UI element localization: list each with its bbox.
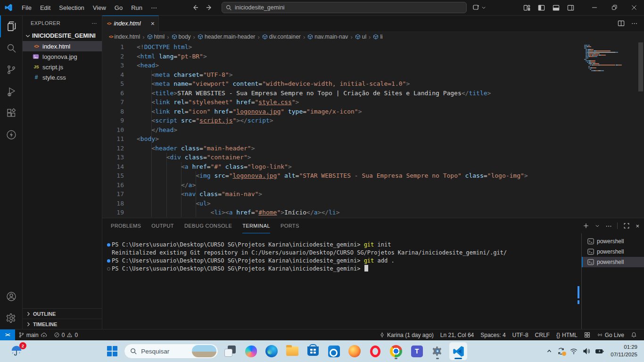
explorer-more-icon[interactable]: ⋯	[92, 20, 97, 26]
toggle-secondary-sidebar-icon[interactable]	[567, 4, 574, 11]
microsoft-store-app[interactable]	[304, 342, 322, 360]
account-icon[interactable]	[0, 286, 22, 307]
forward-arrow-icon[interactable]	[206, 4, 213, 11]
menu-file[interactable]: File	[17, 0, 36, 16]
copilot-app[interactable]	[242, 342, 260, 360]
breadcrumb-item-index-html[interactable]: <>index.html	[109, 33, 140, 40]
wifi-icon[interactable]	[570, 347, 578, 355]
panel-tab-ports[interactable]: PORTS	[281, 219, 299, 233]
file-item-style-css[interactable]: #style.css	[23, 72, 102, 82]
lightning-icon[interactable]	[0, 124, 22, 146]
outlook-app[interactable]	[325, 342, 343, 360]
file-item-index-html[interactable]: <>index.html	[23, 41, 102, 51]
search-view-icon[interactable]	[0, 37, 22, 59]
settings-app[interactable]	[429, 342, 446, 360]
scrollbar-thumb[interactable]	[638, 42, 643, 91]
minimize-button[interactable]	[585, 0, 604, 16]
breadcrumb-item-ul[interactable]: ul	[355, 33, 366, 40]
source-control-icon[interactable]	[0, 59, 22, 81]
terminal-session-3[interactable]: powershell	[582, 257, 644, 267]
chrome-app[interactable]	[387, 342, 405, 360]
editor-scrollbar[interactable]	[637, 42, 644, 218]
panel-tab-output[interactable]: OUTPUT	[151, 219, 174, 233]
file-item-logonova-jpg[interactable]: logonova.jpg	[23, 51, 102, 62]
indentation[interactable]: Spaces: 4	[477, 329, 509, 340]
settings-gear-icon[interactable]	[0, 307, 22, 329]
cursor-position[interactable]: Ln 21, Col 64	[437, 329, 477, 340]
encoding[interactable]: UTF-8	[509, 329, 532, 340]
taskbar-search[interactable]: Pesquisar	[124, 344, 218, 359]
clock[interactable]: 01:29 07/11/2025	[611, 344, 637, 358]
edge-app[interactable]	[263, 342, 281, 360]
menu-run[interactable]: Run	[127, 0, 147, 16]
maximize-panel-icon[interactable]	[623, 222, 630, 229]
breadcrumb-item-header-main-header[interactable]: header.main-header	[198, 33, 255, 40]
menu-edit[interactable]: Edit	[36, 0, 55, 16]
firefox-app[interactable]	[346, 342, 363, 360]
panel-tab-terminal[interactable]: TERMINAL	[242, 219, 270, 233]
terminal-output[interactable]: PS C:\Users\usuario\Desktop\CURSO SG\Pro…	[102, 233, 581, 329]
menu-more[interactable]: ⋯	[147, 0, 161, 16]
search-highlight-image[interactable]	[192, 345, 216, 357]
terminal-session-2[interactable]: powershell	[582, 247, 644, 257]
timeline-section[interactable]: TIMELINE	[23, 319, 102, 329]
search-icon	[226, 5, 232, 11]
copilot-menu[interactable]	[472, 4, 486, 11]
remote-indicator[interactable]: ><	[0, 329, 15, 340]
breadcrumb-item-div-container[interactable]: div.container	[262, 33, 301, 40]
menu-go[interactable]: Go	[110, 0, 127, 16]
back-arrow-icon[interactable]	[191, 4, 199, 11]
commit-item[interactable]: Karina (1 day ago)	[376, 329, 437, 340]
problems-item[interactable]: 0 0	[50, 329, 81, 340]
branch-item[interactable]: main	[15, 329, 50, 340]
opera-app[interactable]	[366, 342, 384, 360]
tab-close-icon[interactable]: ×	[151, 20, 155, 27]
editor-more-icon[interactable]: ⋯	[631, 20, 637, 27]
outline-section[interactable]: OUTLINE	[23, 308, 102, 319]
menu-view[interactable]: View	[89, 0, 110, 16]
terminal-session-1[interactable]: powershell	[582, 236, 644, 247]
explorer-icon[interactable]	[0, 16, 22, 37]
search-input[interactable]: iniciodesite_gemini	[222, 2, 467, 13]
tray-chevron-icon[interactable]	[546, 348, 553, 354]
new-terminal-icon[interactable]	[583, 222, 589, 229]
notifications-bell-icon[interactable]	[627, 329, 640, 340]
start-button[interactable]	[103, 342, 121, 360]
close-button[interactable]	[624, 0, 644, 16]
breadcrumb-item-nav-main-nav[interactable]: nav.main-nav	[307, 33, 348, 40]
volume-icon[interactable]	[582, 347, 591, 355]
breadcrumb-item-html[interactable]: html	[147, 33, 165, 40]
customize-layout-icon[interactable]	[523, 4, 530, 11]
weather-widget[interactable]: 2	[8, 343, 25, 359]
toggle-panel-icon[interactable]	[553, 4, 560, 11]
tab-index-html[interactable]: <> index.html ×	[102, 16, 159, 31]
file-explorer-app[interactable]	[283, 342, 301, 360]
minimap[interactable]	[583, 42, 637, 218]
code-editor[interactable]: 12345678910111213141516171819 <!DOCTYPE …	[102, 42, 644, 218]
language-mode[interactable]: {}HTML	[553, 329, 581, 340]
sync-icon[interactable]	[557, 347, 565, 355]
teams-app[interactable]: T	[408, 342, 426, 360]
folder-root[interactable]: INICIODESITE_GEMINI	[23, 31, 102, 41]
task-view-button[interactable]	[221, 342, 239, 360]
file-item-script-js[interactable]: JSscript.js	[23, 62, 102, 72]
panel-tab-problems[interactable]: PROBLEMS	[111, 219, 141, 233]
run-debug-icon[interactable]	[0, 81, 22, 102]
eol-sequence[interactable]: CRLF	[532, 329, 553, 340]
extensions-icon[interactable]	[0, 102, 22, 124]
warnings-count: 0	[74, 332, 78, 338]
terminal-dropdown-icon[interactable]	[595, 223, 600, 228]
panel-more-icon[interactable]: ⋯	[605, 222, 611, 230]
breadcrumb-item-body[interactable]: body	[172, 33, 191, 40]
restore-button[interactable]	[604, 0, 624, 16]
grid-icon[interactable]	[581, 329, 594, 340]
vscode-app[interactable]	[449, 342, 467, 360]
panel-tab-debug-console[interactable]: DEBUG CONSOLE	[184, 219, 232, 233]
battery-icon[interactable]	[595, 347, 604, 355]
breadcrumb-item-li[interactable]: li	[373, 33, 382, 40]
close-panel-icon[interactable]: ×	[636, 222, 639, 230]
split-editor-icon[interactable]	[618, 20, 625, 27]
go-live-item[interactable]: Go Live	[594, 329, 627, 340]
menu-selection[interactable]: Selection	[55, 0, 88, 16]
toggle-sidebar-icon[interactable]	[538, 4, 545, 11]
